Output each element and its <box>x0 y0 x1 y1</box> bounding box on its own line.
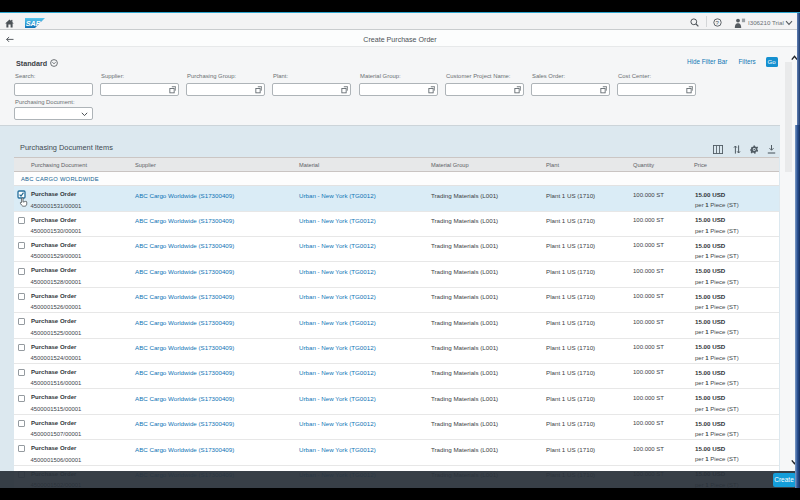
svg-text:?: ? <box>716 20 720 26</box>
svg-text:SAP: SAP <box>26 19 41 28</box>
